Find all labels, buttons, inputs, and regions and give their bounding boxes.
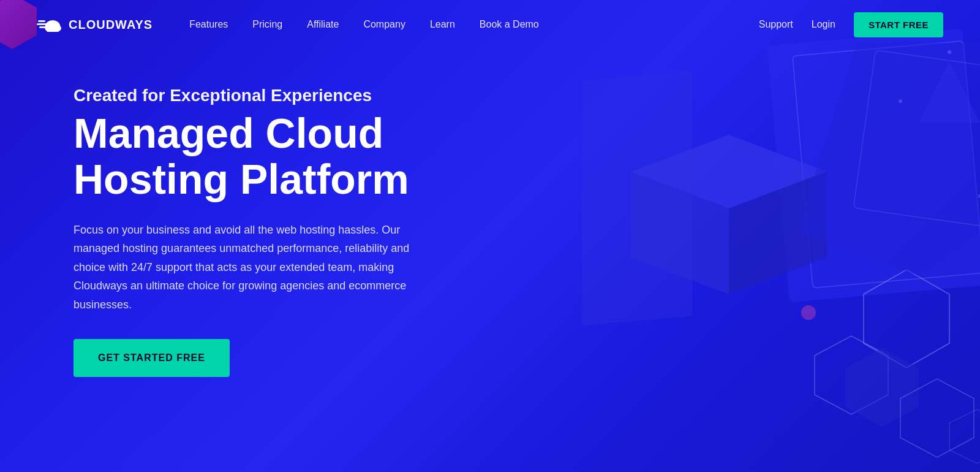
logo-icon [37,15,62,34]
nav-link-affiliate[interactable]: Affiliate [307,19,339,30]
start-free-button[interactable]: START FREE [854,12,943,37]
svg-marker-16 [949,409,980,463]
get-started-button[interactable]: GET STARTED FREE [74,339,230,377]
hero-title: Managed Cloud Hosting Platform [74,110,429,202]
brand-name: CLOUDWAYS [69,18,153,32]
svg-marker-7 [845,348,919,427]
nav-login[interactable]: Login [812,19,835,30]
nav-link-features[interactable]: Features [189,19,228,30]
hero-subtitle: Created for Exceptional Experiences [74,86,429,105]
navbar: CLOUDWAYS Features Pricing Affiliate Com… [0,0,980,49]
logo[interactable]: CLOUDWAYS [37,15,153,34]
nav-right: Support Login START FREE [759,12,943,37]
hero-content: Created for Exceptional Experiences Mana… [0,49,429,377]
nav-link-pricing[interactable]: Pricing [252,19,282,30]
nav-link-learn[interactable]: Learn [430,19,455,30]
nav-support[interactable]: Support [759,19,793,30]
nav-link-book-demo[interactable]: Book a Demo [480,19,539,30]
svg-rect-13 [582,71,692,326]
svg-rect-24 [47,29,59,32]
background-decorations [521,0,980,472]
nav-link-company[interactable]: Company [363,19,405,30]
hero-section: CLOUDWAYS Features Pricing Affiliate Com… [0,0,980,472]
nav-links: Features Pricing Affiliate Company Learn… [189,19,759,30]
svg-point-8 [801,305,816,320]
hero-description: Focus on your business and avoid all the… [74,221,429,314]
svg-rect-20 [38,20,45,22]
